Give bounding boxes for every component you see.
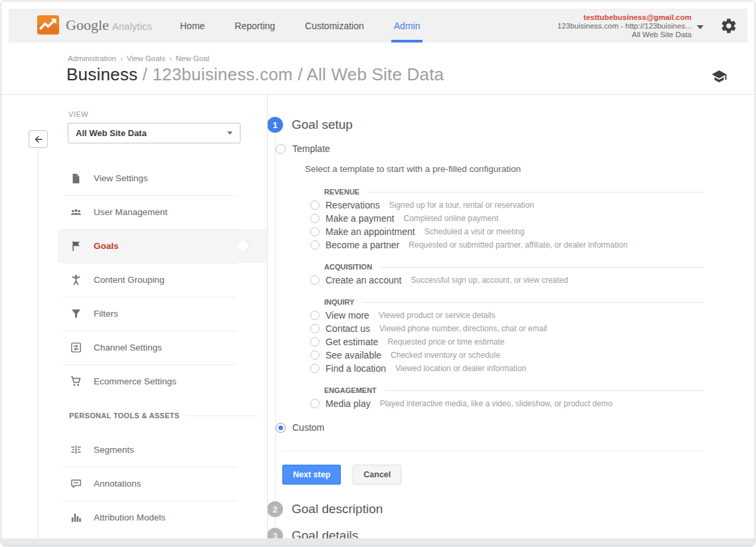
step-1-header: 1 Goal setup xyxy=(268,117,747,133)
template-option-see-available[interactable]: See availableChecked inventory or schedu… xyxy=(310,349,704,362)
page-title-account: Business xyxy=(66,64,138,84)
education-link[interactable] xyxy=(710,68,728,84)
window-bottom-edge xyxy=(1,538,755,546)
sidebar-item-segments[interactable]: Segments xyxy=(58,433,267,467)
breadcrumb-item-new-goal: New Goal xyxy=(176,54,210,62)
template-option-find-a-location[interactable]: Find a locationViewed location or dealer… xyxy=(310,362,704,375)
sidebar-item-filters[interactable]: Filters xyxy=(58,297,267,331)
account-switcher[interactable]: testtubebusiness@gmail.com 123buisiness.… xyxy=(557,13,692,39)
custom-radio-label: Custom xyxy=(292,422,324,433)
template-radio-label: Template xyxy=(292,143,330,154)
template-option-make-a-payment[interactable]: Make a paymentCompleted online payment xyxy=(310,212,704,225)
step-1-badge: 1 xyxy=(268,117,283,133)
template-option-contact-us[interactable]: Contact usViewed phone number, direction… xyxy=(310,322,704,335)
view-section-label: VIEW xyxy=(68,110,267,118)
sidebar-item-label: Channel Settings xyxy=(94,343,162,352)
sidebar-item-label: Segments xyxy=(94,445,134,455)
sidebar-item-annotations[interactable]: Annotations xyxy=(58,467,267,501)
radio-icon[interactable] xyxy=(310,275,320,285)
sidebar-item-attribution-models[interactable]: Attribution Models xyxy=(58,501,267,534)
settings-gear-button[interactable] xyxy=(720,17,737,35)
radio-icon[interactable] xyxy=(310,324,320,333)
option-description: Viewed phone number, directions, chat or… xyxy=(379,324,547,333)
option-label: See available xyxy=(326,350,381,360)
logo-brand-text: Google xyxy=(66,17,109,34)
option-label: Get estimate xyxy=(326,337,378,347)
nav-item-customization[interactable]: Customization xyxy=(305,9,364,42)
radio-icon[interactable] xyxy=(310,399,320,408)
sidebar-item-user-management[interactable]: User Management xyxy=(58,195,267,229)
template-option-reservations[interactable]: ReservationsSigned up for a tour, rental… xyxy=(310,198,704,212)
template-option-view-more[interactable]: View moreViewed product or service detai… xyxy=(310,309,704,322)
annotation-icon xyxy=(69,477,82,491)
radio-icon[interactable] xyxy=(310,200,320,210)
custom-radio-icon-selected[interactable] xyxy=(276,423,286,433)
template-radio-option[interactable]: Template xyxy=(276,141,747,156)
sidebar-item-label: Goals xyxy=(94,241,119,251)
actions-divider xyxy=(282,451,704,451)
account-view: All Web Site Data xyxy=(557,31,692,39)
nav-item-home[interactable]: Home xyxy=(180,9,205,42)
document-icon xyxy=(69,172,82,185)
account-caret-down-icon[interactable] xyxy=(697,25,704,29)
radio-icon[interactable] xyxy=(310,311,320,320)
sidebar-item-goals[interactable]: Goals xyxy=(58,229,267,263)
sidebar-item-label: Ecommerce Settings xyxy=(94,376,177,386)
sidebar-item-content-grouping[interactable]: Content Grouping xyxy=(58,263,267,297)
radio-icon[interactable] xyxy=(310,364,320,373)
next-step-button[interactable]: Next step xyxy=(282,465,341,485)
template-option-media-play[interactable]: Media playPlayed interactive media, like… xyxy=(310,397,704,410)
group-header: REVENUE xyxy=(324,185,704,198)
page-title-rest: / 123buisiness.com / All Web Site Data xyxy=(143,64,444,84)
radio-icon[interactable] xyxy=(310,214,320,223)
segments-icon xyxy=(69,443,82,457)
cancel-button[interactable]: Cancel xyxy=(353,465,401,485)
template-option-get-estimate[interactable]: Get estimateRequested price or time esti… xyxy=(310,335,704,349)
sidebar-item-label: Attribution Models xyxy=(94,512,165,522)
rail-divider-line xyxy=(38,139,39,538)
option-label: Create an account xyxy=(326,275,401,285)
sidebar-section-personal-tools: PERSONAL TOOLS & ASSETS xyxy=(58,398,267,433)
template-radio-icon[interactable] xyxy=(276,144,286,154)
option-description: Viewed product or service details xyxy=(379,311,496,320)
sidebar-item-view-settings[interactable]: View Settings xyxy=(58,161,267,195)
option-description: Checked inventory or schedule xyxy=(391,351,500,360)
template-option-become-a-partner[interactable]: Become a partnerRequested or submitted p… xyxy=(310,238,704,252)
admin-sidebar: VIEW All Web Site Data View SettingsUser… xyxy=(58,95,268,538)
group-rule xyxy=(380,267,704,268)
option-description: Completed online payment xyxy=(404,214,499,223)
radio-icon[interactable] xyxy=(310,227,320,236)
section-rule xyxy=(186,416,259,416)
template-group-acquisition: ACQUISITIONCreate an accountSuccessful s… xyxy=(310,260,704,287)
radio-icon[interactable] xyxy=(310,240,320,250)
nav-item-reporting[interactable]: Reporting xyxy=(235,9,275,42)
sidebar-item-ecommerce-settings[interactable]: Ecommerce Settings xyxy=(58,364,267,398)
option-description: Requested price or time estimate xyxy=(387,337,504,347)
option-description: Signed up for a tour, rental or reservat… xyxy=(389,200,534,210)
sidebar-section-label: PERSONAL TOOLS & ASSETS xyxy=(69,412,179,420)
users-icon xyxy=(69,206,82,219)
collapse-sidebar-button[interactable] xyxy=(29,130,48,148)
bar-chart-icon xyxy=(69,511,82,524)
template-option-make-an-appointment[interactable]: Make an appointmentScheduled a visit or … xyxy=(310,225,704,238)
step-2-header: 2 Goal description xyxy=(268,501,747,517)
sidebar-item-channel-settings[interactable]: Channel Settings xyxy=(58,331,267,364)
goal-wizard: 1 Goal setup Template Select a template … xyxy=(268,95,747,538)
google-analytics-logo[interactable]: Google Analytics xyxy=(37,15,152,35)
app-header: Google Analytics HomeReportingCustomizat… xyxy=(9,9,747,42)
nav-item-admin[interactable]: Admin xyxy=(394,9,421,42)
cart-icon xyxy=(69,375,82,388)
option-label: Contact us xyxy=(326,323,370,334)
breadcrumb-item-administration[interactable]: Administration xyxy=(68,54,116,62)
gear-icon xyxy=(720,17,737,35)
template-option-create-an-account[interactable]: Create an accountSuccessful sign up, acc… xyxy=(310,274,704,287)
wizard-actions: Next step Cancel xyxy=(282,465,747,485)
option-label: Make a payment xyxy=(326,213,395,224)
analytics-logo-icon xyxy=(37,15,59,35)
custom-radio-option[interactable]: Custom xyxy=(276,420,747,435)
radio-icon[interactable] xyxy=(310,337,320,347)
radio-icon[interactable] xyxy=(310,351,320,360)
channel-icon xyxy=(69,341,82,354)
breadcrumb-item-view-goals[interactable]: View Goals xyxy=(127,54,165,62)
view-selector-dropdown[interactable]: All Web Site Data xyxy=(68,123,240,143)
